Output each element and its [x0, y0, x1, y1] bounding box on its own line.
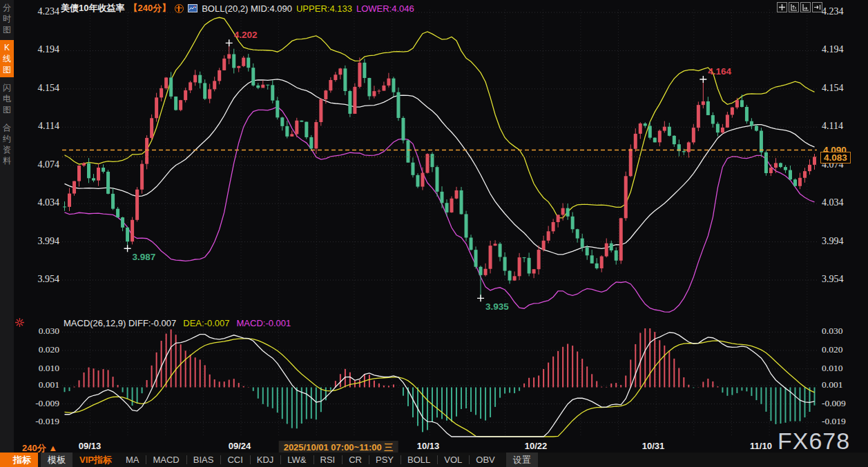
candle-body	[726, 115, 729, 127]
candle-body	[624, 176, 628, 218]
chart-application-window: 分时图K线图闪电图合约资料 美债10年收益率 【240分】 BOLL(20,2)…	[0, 0, 868, 467]
candle-body	[813, 157, 816, 165]
candle-body	[324, 90, 327, 99]
candle-body	[401, 118, 405, 141]
sidebar-tab-char: 时	[3, 14, 11, 23]
candle-body	[735, 100, 739, 107]
candle-body	[435, 167, 438, 192]
sidebar-tab-0[interactable]: 分时图	[0, 0, 14, 37]
candle-body	[348, 91, 351, 114]
indicator-alert-icon[interactable]	[15, 317, 25, 328]
swing-high-label: 4.164	[708, 66, 731, 77]
boll-upper-value: UPPER:4.133	[296, 3, 352, 14]
candle-body	[648, 126, 652, 137]
candle-body	[140, 164, 144, 190]
swing-low-label: 3.935	[485, 301, 509, 312]
circle-plus-icon[interactable]	[175, 4, 184, 13]
zoom-y-axis-icon[interactable]	[789, 2, 799, 12]
toolbar-item-KDJ[interactable]: KDJ	[250, 453, 281, 467]
candle-body	[474, 250, 478, 267]
toolbar-item-VIP指标[interactable]: VIP指标	[73, 453, 119, 467]
candle-body	[290, 134, 293, 136]
candle-body	[126, 228, 129, 241]
candle-body	[523, 257, 526, 258]
candle-body	[634, 134, 637, 149]
sidebar-tab-char: 图	[3, 65, 11, 74]
toolbar-item-MACD[interactable]: MACD	[146, 453, 186, 467]
toolbar-item-OBV[interactable]: OBV	[469, 453, 501, 467]
macd-hist-value: MACD:-0.001	[237, 318, 291, 328]
candle-body	[353, 87, 356, 114]
candle-body	[798, 178, 802, 186]
candle-body	[508, 271, 512, 281]
chart-thumbnail-icon[interactable]	[188, 4, 197, 12]
toolbar-item-PSY[interactable]: PSY	[369, 453, 401, 467]
toolbar-item-CCI[interactable]: CCI	[220, 453, 249, 467]
candle-body	[513, 276, 517, 280]
candle-body	[68, 194, 71, 207]
price-axis-tick: 3.994	[822, 236, 860, 247]
candle-body	[779, 163, 782, 167]
sidebar-tab-2[interactable]: 闪电图	[0, 80, 14, 117]
toolbar-item-BIAS[interactable]: BIAS	[186, 453, 221, 467]
candle-body	[489, 246, 492, 269]
toolbar-item-LW&[interactable]: LW&	[280, 453, 313, 467]
candle-body	[455, 190, 459, 199]
sidebar-tab-3[interactable]: 合约资料	[0, 120, 14, 168]
watermark-logo: FX678	[778, 428, 850, 455]
sidebar-tab-1[interactable]: K线图	[0, 40, 14, 77]
candle-body	[629, 149, 633, 177]
candle-body	[803, 171, 807, 178]
sidebar-tab-char: K	[4, 43, 10, 52]
extreme-cross-marker	[226, 39, 233, 46]
indicator-toolbar: 指标模板VIP指标MAMACDBIASCCIKDJLW&RSICRPSYBOLL…	[0, 453, 868, 467]
xaxis-date-label: 09/13	[79, 441, 102, 451]
toolbar-item-模板[interactable]: 模板	[41, 453, 73, 467]
candle-body	[184, 90, 187, 100]
candle-body	[111, 194, 115, 209]
candle-body	[595, 264, 599, 268]
macd-axis-tick: 0.030	[822, 326, 860, 337]
candle-body	[470, 237, 473, 250]
candle-body	[73, 181, 76, 194]
candle-body	[213, 81, 216, 89]
candle-body	[711, 115, 715, 124]
price-axis-tick: 4.194	[21, 44, 59, 55]
candle-body	[430, 154, 434, 167]
macd-dea-value: DEA:-0.007	[183, 318, 229, 328]
pan-right-icon[interactable]	[812, 2, 822, 12]
crosshair-icon[interactable]	[777, 2, 787, 12]
candle-body	[135, 190, 139, 220]
candle-body	[329, 80, 332, 90]
candle-body	[150, 118, 153, 138]
candlestick-chart-canvas[interactable]	[0, 0, 868, 467]
candle-body	[198, 75, 202, 83]
macd-axis-tick: -0.019	[21, 416, 59, 427]
macd-axis-tick: 0.020	[822, 344, 860, 355]
candle-body	[387, 79, 390, 86]
toolbar-item-VOL[interactable]: VOL	[437, 453, 469, 467]
candle-body	[87, 163, 90, 179]
candle-body	[445, 203, 449, 212]
instrument-title: 美债10年收益率	[61, 2, 124, 14]
toolbar-item-BOLL[interactable]: BOLL	[401, 453, 437, 467]
candle-body	[222, 59, 226, 70]
candle-body	[358, 63, 361, 87]
candle-body	[740, 100, 744, 107]
toolbar-item-CR[interactable]: CR	[342, 453, 369, 467]
macd-axis-tick: -0.009	[21, 398, 59, 409]
chart-type-sidebar: 分时图K线图闪电图合约资料	[0, 0, 14, 453]
candle-body	[406, 140, 409, 162]
toolbar-item-RSI[interactable]: RSI	[314, 453, 343, 467]
toolbar-item-设置[interactable]: 设置	[506, 453, 538, 467]
price-axis-tick: 3.954	[21, 274, 59, 285]
zoom-x-axis-icon[interactable]	[800, 2, 811, 12]
candle-body	[518, 257, 521, 276]
toolbar-item-指标[interactable]: 指标	[6, 453, 38, 467]
candle-body	[343, 68, 347, 91]
candle-body	[721, 128, 724, 132]
candle-body	[745, 107, 749, 121]
candle-body	[610, 244, 613, 250]
toolbar-item-MA[interactable]: MA	[119, 453, 146, 467]
candle-body	[808, 165, 811, 171]
